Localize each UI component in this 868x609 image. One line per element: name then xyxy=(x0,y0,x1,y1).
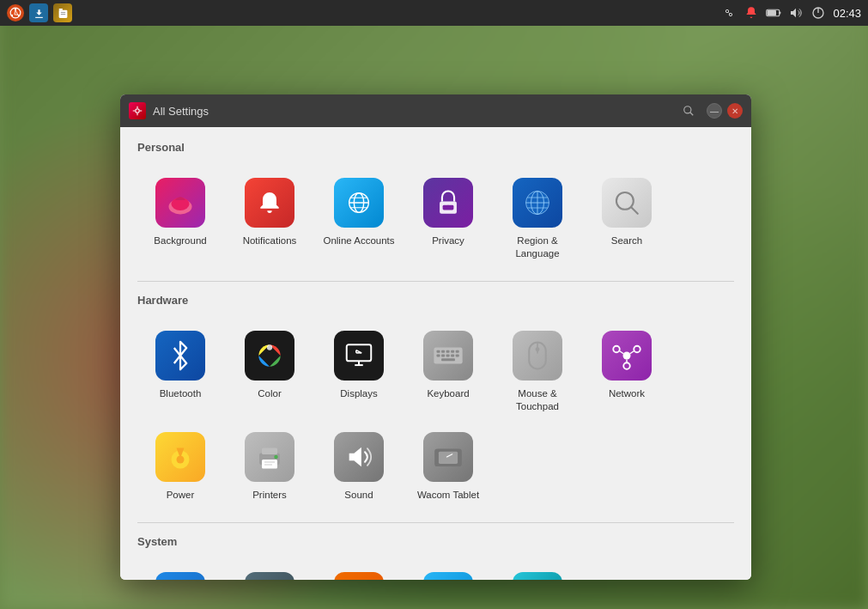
displays-label: Displays xyxy=(340,387,377,400)
date-time-icon xyxy=(155,572,205,580)
wacom-tablet-icon xyxy=(423,432,473,482)
svg-rect-65 xyxy=(456,354,459,356)
svg-rect-57 xyxy=(441,350,445,353)
volume-icon[interactable] xyxy=(788,5,804,21)
svg-point-70 xyxy=(623,351,631,359)
settings-window: All Settings — ✕ Personal xyxy=(120,94,751,580)
displays-item[interactable]: Displays xyxy=(316,322,402,420)
svg-point-1 xyxy=(15,9,16,10)
sound-label: Sound xyxy=(344,489,373,502)
online-accounts-item[interactable]: Online Accounts xyxy=(316,169,402,267)
svg-line-13 xyxy=(729,12,730,13)
universal-access-item[interactable]: Universal Access xyxy=(405,563,491,580)
background-icon xyxy=(155,178,205,228)
wacom-tablet-item[interactable]: Wacom Tablet xyxy=(405,423,491,509)
battery-icon[interactable] xyxy=(766,5,781,21)
svg-point-48 xyxy=(267,344,272,350)
svg-line-45 xyxy=(631,207,638,214)
users-item[interactable]: Users xyxy=(495,563,580,580)
close-button[interactable]: ✕ xyxy=(727,103,743,119)
power-item[interactable]: Power xyxy=(137,423,223,509)
svg-point-11 xyxy=(726,9,729,12)
svg-point-69 xyxy=(536,347,540,351)
mouse-touchpad-icon xyxy=(513,331,562,381)
bluetooth-item[interactable]: Bluetooth xyxy=(137,322,223,420)
notifications-label: Notifications xyxy=(243,234,297,247)
svg-point-36 xyxy=(446,205,450,209)
download-icon[interactable] xyxy=(29,3,48,22)
window-content: Personal Background xyxy=(120,127,751,580)
search-icon-wrapper xyxy=(602,178,652,228)
power-menu-icon[interactable] xyxy=(810,5,826,21)
svg-point-72 xyxy=(634,346,640,353)
app-icon xyxy=(129,102,146,119)
region-language-label: Region & Language xyxy=(500,234,575,260)
privacy-icon xyxy=(423,178,473,228)
titlebar-search-button[interactable] xyxy=(679,101,698,120)
wacom-tablet-label: Wacom Tablet xyxy=(417,489,479,502)
personal-hardware-divider xyxy=(137,281,734,282)
displays-icon xyxy=(334,331,384,381)
svg-rect-66 xyxy=(441,358,455,361)
connections-icon[interactable] xyxy=(721,5,737,21)
privacy-item[interactable]: Privacy xyxy=(405,169,491,267)
color-item[interactable]: Color xyxy=(227,322,313,420)
hardware-system-divider xyxy=(137,522,734,523)
users-icon xyxy=(513,572,562,580)
svg-rect-15 xyxy=(780,12,781,15)
svg-rect-7 xyxy=(58,9,62,10)
taskbar: 02:43 xyxy=(0,0,868,26)
window-title: All Settings xyxy=(153,105,209,118)
color-label: Color xyxy=(258,387,281,400)
universal-access-icon xyxy=(423,572,473,580)
svg-point-71 xyxy=(613,346,620,353)
sound-item[interactable]: Sound xyxy=(316,423,402,509)
svg-rect-16 xyxy=(768,10,777,15)
svg-rect-63 xyxy=(446,354,450,356)
svg-point-47 xyxy=(265,351,274,360)
svg-line-74 xyxy=(620,351,624,354)
sharing-item[interactable]: Sharing xyxy=(316,563,402,580)
date-time-item[interactable]: Date & Time xyxy=(137,563,223,580)
svg-line-26 xyxy=(690,113,694,116)
power-icon xyxy=(155,432,205,482)
notification-bell-icon[interactable] xyxy=(744,5,759,21)
hardware-grid: Bluetooth Color xyxy=(137,322,734,509)
taskbar-right: 02:43 xyxy=(721,5,861,21)
svg-marker-85 xyxy=(349,447,361,466)
printers-label: Printers xyxy=(252,489,287,502)
titlebar-controls: — ✕ xyxy=(679,101,743,120)
svg-rect-81 xyxy=(262,460,277,469)
mouse-touchpad-item[interactable]: Mouse & Touchpad xyxy=(495,322,580,420)
printers-icon xyxy=(245,432,294,482)
svg-rect-59 xyxy=(451,350,454,353)
details-item[interactable]: Details xyxy=(227,563,313,580)
titlebar-left: All Settings xyxy=(129,102,209,119)
svg-point-12 xyxy=(730,13,732,15)
online-accounts-label: Online Accounts xyxy=(323,234,394,247)
svg-point-25 xyxy=(684,107,691,113)
svg-rect-56 xyxy=(437,350,440,353)
ubuntu-icon[interactable] xyxy=(7,4,24,21)
privacy-label: Privacy xyxy=(432,234,464,247)
svg-marker-17 xyxy=(791,9,796,18)
minimize-button[interactable]: — xyxy=(707,103,722,119)
network-item[interactable]: Network xyxy=(584,322,670,420)
region-language-item[interactable]: Region & Language xyxy=(495,169,580,267)
search-item[interactable]: Search xyxy=(584,169,670,267)
svg-rect-64 xyxy=(451,354,454,356)
notifications-item[interactable]: Notifications xyxy=(227,169,313,267)
svg-point-20 xyxy=(136,109,140,113)
background-item[interactable]: Background xyxy=(137,169,223,267)
taskbar-left xyxy=(7,3,72,22)
bluetooth-icon xyxy=(155,331,205,381)
mouse-touchpad-label: Mouse & Touchpad xyxy=(500,387,575,413)
files-icon[interactable] xyxy=(53,3,72,22)
svg-point-78 xyxy=(177,455,185,463)
titlebar: All Settings — ✕ xyxy=(120,94,751,127)
svg-point-3 xyxy=(11,15,13,16)
svg-point-73 xyxy=(623,362,630,369)
keyboard-item[interactable]: Keyboard xyxy=(405,322,491,420)
printers-item[interactable]: Printers xyxy=(227,423,313,509)
color-icon xyxy=(245,331,294,381)
